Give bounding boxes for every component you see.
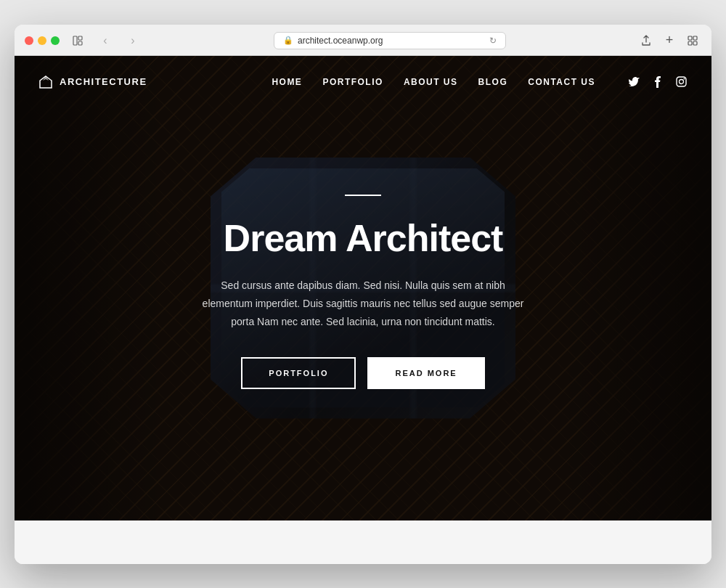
nav-links: HOME PORTFOLIO ABOUT US BLOG CONTACT US [272, 75, 688, 89]
svg-point-10 [679, 80, 683, 84]
svg-rect-3 [688, 36, 692, 40]
navigation: ARCHITECTURE HOME PORTFOLIO ABOUT US BLO… [15, 56, 711, 108]
website-content: ARCHITECTURE HOME PORTFOLIO ABOUT US BLO… [15, 56, 711, 520]
hero-content: Dream Architect Sed cursus ante dapibus … [174, 195, 552, 390]
close-button[interactable] [25, 36, 33, 45]
traffic-lights [25, 36, 60, 45]
browser-chrome: ‹ › 🔒 architect.oceanwp.org ↻ + [15, 25, 711, 56]
svg-point-11 [683, 78, 685, 80]
twitter-icon[interactable] [627, 75, 642, 89]
new-tab-button[interactable]: + [661, 32, 678, 49]
browser-window: ‹ › 🔒 architect.oceanwp.org ↻ + [15, 25, 711, 564]
logo-text: ARCHITECTURE [60, 76, 147, 87]
svg-rect-1 [78, 36, 82, 40]
url-text: architect.oceanwp.org [298, 36, 383, 46]
svg-rect-5 [688, 41, 692, 45]
address-bar-container: 🔒 architect.oceanwp.org ↻ [151, 32, 629, 49]
svg-rect-0 [73, 36, 77, 45]
reload-icon[interactable]: ↻ [489, 36, 497, 46]
forward-button[interactable]: › [123, 33, 142, 48]
instagram-icon[interactable] [674, 75, 688, 89]
portfolio-button[interactable]: PORTFOLIO [241, 357, 356, 389]
logo[interactable]: ARCHITECTURE [38, 74, 147, 90]
svg-rect-2 [78, 41, 82, 45]
sidebar-toggle[interactable] [68, 33, 87, 48]
maximize-button[interactable] [51, 36, 60, 45]
share-button[interactable] [637, 32, 655, 49]
hero-divider [345, 195, 381, 196]
hero-buttons: PORTFOLIO READ MORE [174, 357, 552, 389]
hero-title: Dream Architect [174, 218, 552, 259]
hero-subtitle: Sed cursus ante dapibus diam. Sed nisi. … [196, 277, 530, 332]
nav-contact[interactable]: CONTACT US [528, 77, 595, 87]
minimize-button[interactable] [38, 36, 46, 45]
svg-rect-4 [693, 36, 697, 40]
nav-about[interactable]: ABOUT US [404, 77, 458, 87]
nav-social [627, 75, 688, 89]
nav-portfolio[interactable]: PORTFOLIO [322, 77, 383, 87]
lock-icon: 🔒 [283, 36, 293, 45]
logo-icon [38, 74, 54, 90]
tab-overview-button[interactable] [684, 32, 701, 49]
nav-home[interactable]: HOME [272, 77, 302, 87]
svg-rect-6 [693, 41, 697, 45]
website-footer [15, 520, 711, 564]
nav-blog[interactable]: BLOG [478, 77, 508, 87]
back-button[interactable]: ‹ [96, 33, 115, 48]
readmore-button[interactable]: READ MORE [367, 357, 484, 389]
chrome-actions: + [637, 32, 701, 49]
address-bar[interactable]: 🔒 architect.oceanwp.org ↻ [274, 32, 506, 49]
facebook-icon[interactable] [650, 75, 665, 89]
